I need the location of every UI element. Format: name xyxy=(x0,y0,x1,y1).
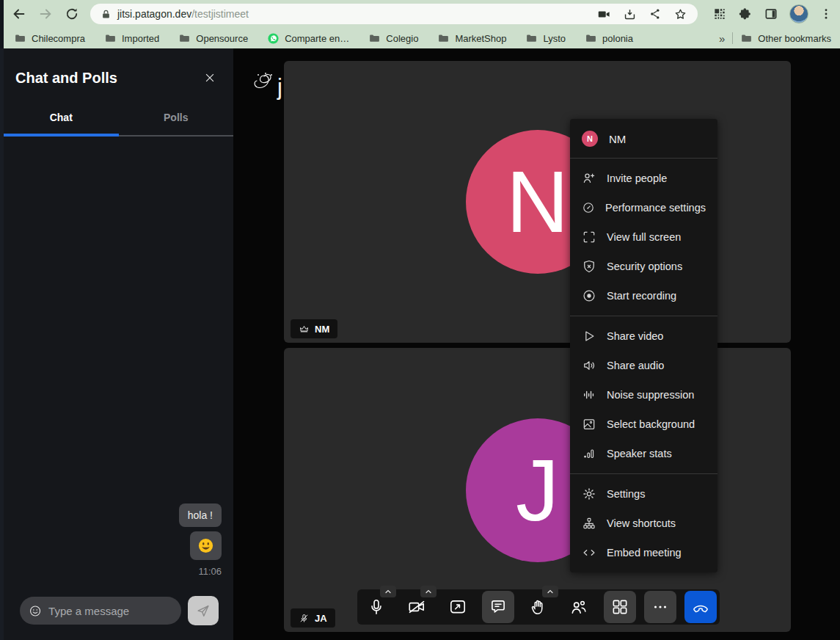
menu-item-security-options[interactable]: Security options xyxy=(570,252,717,281)
microphone-icon xyxy=(367,597,386,617)
tab-polls[interactable]: Polls xyxy=(119,112,234,137)
chat-message-bubble: hola ! xyxy=(179,503,222,527)
tile-view-button[interactable] xyxy=(602,589,638,625)
share-video-icon xyxy=(582,329,596,343)
menu-item-invite-people[interactable]: Invite people xyxy=(570,164,717,193)
back-button[interactable] xyxy=(8,3,30,25)
more-actions-icon xyxy=(651,598,669,616)
bookmarks-overflow-chevron[interactable]: » xyxy=(712,32,732,45)
bookmark-star-icon[interactable] xyxy=(673,7,687,21)
fullscreen-icon xyxy=(582,230,596,244)
camera-in-use-icon[interactable] xyxy=(597,7,611,21)
microphone-button[interactable] xyxy=(359,589,394,625)
browser-menu-icon[interactable] xyxy=(819,7,833,21)
start-recording-icon xyxy=(582,288,596,303)
chat-messages: hola ! 11:06 xyxy=(4,503,222,577)
share-icon[interactable] xyxy=(649,7,662,21)
bookmark-lysto[interactable]: Lysto xyxy=(525,32,566,45)
menu-item-performance-settings[interactable]: Performance settings xyxy=(570,193,717,222)
moderator-crown-icon xyxy=(299,324,310,335)
chevron-up-icon xyxy=(546,587,555,596)
browser-toolbar: jitsi.patagon.dev/testjistimeet xyxy=(4,0,840,28)
send-icon xyxy=(195,603,211,619)
chevron-up-icon xyxy=(384,587,392,596)
avatar-initial: J xyxy=(516,447,559,534)
participant-name-pill-ja: JA xyxy=(291,608,335,628)
hangup-button[interactable] xyxy=(683,589,718,625)
jitsi-logo-icon xyxy=(249,69,276,98)
camera-off-icon xyxy=(407,597,426,617)
side-panel-icon[interactable] xyxy=(764,7,778,21)
performance-settings-icon xyxy=(582,200,595,215)
message-input[interactable] xyxy=(48,605,172,617)
raise-hand-icon xyxy=(529,597,548,617)
bookmark-imported[interactable]: Imported xyxy=(104,32,159,45)
bookmark-marketshop[interactable]: MarketShop xyxy=(437,32,506,45)
menu-item-embed-meeting[interactable]: Embed meeting xyxy=(570,538,717,567)
camera-options-chevron[interactable] xyxy=(420,586,437,597)
back-arrow-icon xyxy=(11,6,27,22)
extensions-icon[interactable] xyxy=(738,7,753,21)
menu-profile-row[interactable]: N NM xyxy=(570,119,717,159)
close-chat-button[interactable] xyxy=(200,68,220,88)
hangup-icon xyxy=(691,597,710,617)
participant-name-pill-nm: NM xyxy=(291,319,337,338)
menu-item-view-shortcuts[interactable]: View shortcuts xyxy=(570,509,717,538)
raise-hand-options-chevron[interactable] xyxy=(542,586,558,597)
security-options-icon xyxy=(582,259,596,274)
bookmark-polonia[interactable]: polonia xyxy=(585,32,633,45)
whatsapp-icon xyxy=(267,32,280,45)
chat-button[interactable] xyxy=(481,589,516,625)
speaker-stats-icon xyxy=(582,446,596,461)
other-bookmarks-button[interactable]: Other bookmarks xyxy=(740,32,831,45)
menu-item-speaker-stats[interactable]: Speaker stats xyxy=(570,439,717,468)
participant-badge: JA xyxy=(315,613,327,624)
participants-icon xyxy=(569,597,588,617)
chat-icon xyxy=(489,597,508,617)
tab-chat[interactable]: Chat xyxy=(4,112,119,137)
browser-chrome: jitsi.patagon.dev/testjistimeet Chilecom… xyxy=(0,0,840,48)
chat-panel: Chat and Polls Chat Polls hola ! 11:06 xyxy=(0,48,233,640)
forward-button[interactable] xyxy=(34,3,56,25)
address-bar[interactable]: jitsi.patagon.dev/testjistimeet xyxy=(90,4,698,24)
bookmark-colegio[interactable]: Colegio xyxy=(368,32,418,45)
menu-item-view-full-screen[interactable]: View full screen xyxy=(570,222,717,252)
jitsi-app: Chat and Polls Chat Polls hola ! 11:06 xyxy=(0,48,840,640)
menu-item-start-recording[interactable]: Start recording xyxy=(570,281,717,310)
screen-share-button[interactable] xyxy=(440,589,475,625)
folder-icon xyxy=(14,32,26,45)
avatar-initial: N xyxy=(506,159,569,245)
send-message-button[interactable] xyxy=(188,596,219,625)
participants-button[interactable] xyxy=(561,589,596,625)
install-icon[interactable] xyxy=(623,7,637,21)
folder-icon xyxy=(178,32,191,45)
chevron-up-icon xyxy=(424,587,433,596)
emoji-picker-icon[interactable] xyxy=(29,603,42,619)
menu-item-noise-suppression[interactable]: Noise suppression xyxy=(570,380,717,410)
more-actions-button[interactable] xyxy=(643,589,678,625)
chat-emoji-bubble xyxy=(190,531,222,560)
qr-code-icon[interactable] xyxy=(712,7,727,21)
camera-button[interactable] xyxy=(399,589,434,625)
meeting-toolbar xyxy=(357,589,720,625)
folder-icon xyxy=(104,32,117,45)
bookmark-chilecompra[interactable]: Chilecompra xyxy=(14,32,85,45)
bookmarks-divider xyxy=(732,32,733,44)
menu-item-share-video[interactable]: Share video xyxy=(570,321,717,351)
bookmark-comparte-en[interactable]: Comparte en… xyxy=(267,32,349,45)
chat-tabs: Chat Polls xyxy=(4,112,233,137)
menu-item-settings[interactable]: Settings xyxy=(570,479,717,509)
folder-icon xyxy=(525,32,538,45)
menu-item-share-audio[interactable]: Share audio xyxy=(570,351,717,380)
folder-icon xyxy=(585,32,597,45)
grinning-face-emoji xyxy=(197,537,214,554)
microphone-options-chevron[interactable] xyxy=(380,586,396,597)
reload-button[interactable] xyxy=(61,3,83,25)
bookmark-opensource[interactable]: Opensource xyxy=(178,32,248,45)
folder-icon xyxy=(437,32,450,45)
profile-avatar[interactable] xyxy=(789,4,808,23)
menu-item-select-background[interactable]: Select background xyxy=(570,410,717,439)
raise-hand-button[interactable] xyxy=(521,589,556,625)
url-text: jitsi.patagon.dev/testjistimeet xyxy=(117,8,249,20)
chat-input-field[interactable] xyxy=(20,597,181,625)
